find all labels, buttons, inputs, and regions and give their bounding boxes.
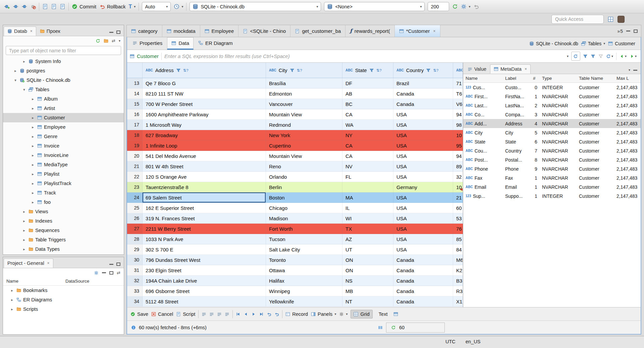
cell-country[interactable]: USA xyxy=(393,151,453,161)
tree-item-system-info[interactable]: ▸System Info xyxy=(3,57,124,66)
maximize-icon[interactable] xyxy=(634,30,638,33)
cell-address[interactable]: 120 S Orange Ave xyxy=(143,172,266,182)
cell-address[interactable]: 801 W 4th Street xyxy=(143,161,266,171)
table-row-31[interactable]: 31230 Elgin StreetOttawaONCanadaK2 xyxy=(127,265,463,276)
commit-button[interactable]: Commit xyxy=(72,4,96,9)
table-row-16[interactable]: 161600 Amphitheatre ParkwayMountain View… xyxy=(127,109,463,120)
cell-country[interactable]: Germany xyxy=(393,182,453,192)
breadcrumb-tables[interactable]: Tables ▾ xyxy=(581,41,605,46)
auto-refresh-button[interactable]: ▾ xyxy=(606,54,613,59)
apply-filter-icon[interactable] xyxy=(583,54,588,59)
filter-table-ref[interactable]: Customer xyxy=(130,53,159,59)
tree-item-genre[interactable]: ▸Genre xyxy=(3,132,124,141)
cell-country[interactable]: USA xyxy=(393,120,453,130)
expand-arrow-icon[interactable]: ▸ xyxy=(10,307,14,311)
tab-project-general[interactable]: Project - General × xyxy=(4,258,53,268)
breadcrumb-database[interactable]: SQLite - Chinook.db xyxy=(529,41,578,46)
cell-state[interactable]: WI xyxy=(342,213,393,223)
panels-button[interactable]: Panels ▾ xyxy=(311,311,336,317)
cell-country[interactable]: USA xyxy=(393,224,453,234)
undo-icon[interactable] xyxy=(473,4,479,9)
filter-icon[interactable] xyxy=(176,68,181,73)
cell-address[interactable]: Qe 7 Bloco G xyxy=(143,78,266,88)
table-row-23[interactable]: 23Tauentzienstraße 8BerlinGermany10 xyxy=(127,182,463,192)
previous-row-icon[interactable] xyxy=(244,312,248,316)
meta-row-suppo[interactable]: 123Sup...Suppo...1INTEGERCustomer2,147,4… xyxy=(463,191,641,200)
meta-column-header-name[interactable]: Name xyxy=(463,76,503,81)
cell-country[interactable]: USA xyxy=(393,130,453,140)
sort-icon[interactable]: ⇅? xyxy=(433,68,438,73)
schema-combo[interactable]: <None> ▾ xyxy=(324,2,425,11)
quick-access-input[interactable] xyxy=(551,15,604,24)
table-row-14[interactable]: 148210 111 ST NWEdmontonABCanadaT6 xyxy=(127,89,463,99)
tree-item-indexes[interactable]: ▸Indexes xyxy=(3,216,124,226)
database-combo[interactable]: SQLite - Chinook.db ▾ xyxy=(190,2,321,11)
cell-country[interactable]: Canada xyxy=(393,265,453,275)
table-row-15[interactable]: 15700 W Pender StreetVancouverBCCanadaV6 xyxy=(127,99,463,109)
filter-history-icon[interactable]: ▾ xyxy=(567,55,569,58)
connect-icon[interactable] xyxy=(13,4,18,9)
row-number-cell[interactable]: 27 xyxy=(127,224,143,234)
fetch-all-rows-icon[interactable] xyxy=(274,312,279,316)
cell-address[interactable]: 162 E Superior Street xyxy=(143,203,266,213)
cell-city[interactable]: Reno xyxy=(266,161,342,171)
cell-address[interactable]: 194A Chain Lake Drive xyxy=(143,276,266,286)
column-header-city[interactable]: ABCCity⇅? xyxy=(266,63,342,78)
expand-arrow-icon[interactable]: ▸ xyxy=(22,238,26,242)
settings-button[interactable]: ▾ xyxy=(339,312,347,316)
cell-state[interactable]: ON xyxy=(342,265,393,275)
view-menu-icon[interactable]: ▾ xyxy=(119,39,120,43)
duplicate-row-icon[interactable] xyxy=(217,312,222,316)
cell-country[interactable]: Canada xyxy=(393,286,453,296)
row-number-cell[interactable]: 24 xyxy=(127,192,143,202)
row-number-cell[interactable]: 19 xyxy=(127,140,143,151)
reconnect-icon[interactable] xyxy=(21,4,27,9)
new-sql-editor-icon[interactable] xyxy=(42,4,48,9)
row-number-cell[interactable]: 33 xyxy=(127,286,143,296)
tab-database-navigator[interactable]: Datab × xyxy=(4,26,36,36)
tree-item-playlist[interactable]: ▸Playlist xyxy=(3,169,124,179)
table-row-33[interactable]: 33696 Osborne StreetWinnipegMBCanadaR3 xyxy=(127,286,463,296)
cell-city[interactable]: Mountain View xyxy=(266,109,342,119)
open-perspective-icon[interactable] xyxy=(608,16,613,22)
filter-expression-input[interactable]: Enter a SQL expression to filter results… xyxy=(164,53,564,59)
cell-postal[interactable]: 60 xyxy=(453,203,463,213)
expand-arrow-icon[interactable]: ▸ xyxy=(31,97,35,101)
minimize-icon[interactable] xyxy=(633,70,637,71)
cell-city[interactable]: Mountain View xyxy=(266,151,342,161)
cell-state[interactable]: ON xyxy=(342,255,393,265)
close-icon[interactable]: × xyxy=(525,67,527,71)
cell-country[interactable]: USA xyxy=(393,109,453,119)
tree-filter-input[interactable] xyxy=(6,46,121,55)
row-number-cell[interactable]: 22 xyxy=(127,172,143,182)
cell-country[interactable]: USA xyxy=(393,172,453,182)
remove-filter-icon[interactable] xyxy=(591,54,595,59)
cell-city[interactable]: Halifax xyxy=(266,276,342,286)
sort-icon[interactable]: ⇅? xyxy=(376,68,382,73)
cell-state[interactable]: CA xyxy=(342,140,393,151)
cell-state[interactable]: BC xyxy=(342,99,393,109)
columns-icon[interactable] xyxy=(378,325,383,330)
cell-state[interactable]: WA xyxy=(342,120,393,130)
table-row-29[interactable]: 29302 S 700 ESalt Lake CityUTUSA84 xyxy=(127,244,463,255)
meta-row-country[interactable]: ABCCou...Country7NVARCHARCustomer2,147,4… xyxy=(463,146,641,155)
cell-address[interactable]: 1 Microsoft Way xyxy=(143,120,266,130)
cell-postal[interactable]: V6 xyxy=(453,99,463,109)
link-with-editor-icon[interactable]: ⇄ xyxy=(112,39,115,43)
tree-item-data-types[interactable]: ▸Data Types xyxy=(3,244,124,254)
tree-item-table-triggers[interactable]: ▸Table Triggers xyxy=(3,235,124,244)
cell-city[interactable]: Vancouver xyxy=(266,99,342,109)
first-row-icon[interactable] xyxy=(236,312,240,316)
row-number-cell[interactable]: 34 xyxy=(127,296,143,306)
cell-city[interactable]: Madison xyxy=(266,213,342,223)
filter-icon[interactable] xyxy=(426,68,431,73)
meta-row-state[interactable]: ABCStateState6NVARCHARCustomer2,147,483 xyxy=(463,137,641,146)
tree-item-artist[interactable]: ▸Artist xyxy=(3,104,124,113)
meta-row-firstna[interactable]: ABCFirst...FirstNa...1NVARCHARCustomer2,… xyxy=(463,92,641,101)
dbeaver-perspective-icon[interactable] xyxy=(618,16,625,23)
cell-city[interactable]: Cupertino xyxy=(266,140,342,151)
table-row-27[interactable]: 272211 W Berry StreetFort WorthTXUSA76 xyxy=(127,224,463,234)
open-sql-script-icon[interactable] xyxy=(51,4,57,9)
cell-state[interactable]: CA xyxy=(342,109,393,119)
add-row-icon[interactable] xyxy=(209,312,214,316)
